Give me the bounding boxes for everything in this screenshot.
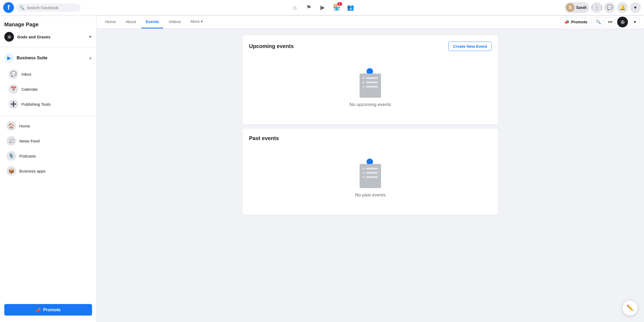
page-name: Gods and Graves bbox=[17, 35, 85, 39]
podcasts-label: Podcasts bbox=[19, 154, 36, 158]
search-icon: 🔍 bbox=[19, 5, 25, 10]
page-dropdown-button[interactable]: ▾ bbox=[630, 17, 640, 27]
suite-items-list: 💬 Inbox 📅 Calendar ➕ Publishing Tools bbox=[0, 65, 96, 113]
shop-badge: 1 bbox=[337, 2, 342, 6]
tab-about[interactable]: About bbox=[121, 16, 140, 28]
news-feed-label: News Feed bbox=[19, 139, 40, 143]
manage-page-title: Manage Page bbox=[0, 18, 96, 30]
inbox-icon: 💬 bbox=[9, 69, 18, 79]
inbox-suite-item[interactable]: 💬 Inbox bbox=[4, 67, 96, 82]
sidebar-item-business-apps[interactable]: 📦 Business apps bbox=[2, 163, 94, 178]
business-apps-icon: 📦 bbox=[6, 166, 16, 176]
promote-sidebar-label: Promote bbox=[43, 308, 61, 312]
search-box[interactable]: 🔍 bbox=[16, 3, 80, 12]
past-events-card: Past events bbox=[243, 129, 498, 215]
business-suite-section: ▶ Business Suite ∧ 💬 Inbox 📅 Calendar ➕ … bbox=[0, 47, 96, 116]
tab-home[interactable]: Home bbox=[101, 16, 120, 28]
sidebar-bottom: 📣 Promote bbox=[0, 298, 96, 322]
past-events-title: Past events bbox=[249, 135, 279, 141]
home-nav-label: Home bbox=[19, 124, 30, 128]
business-suite-icon: ▶ bbox=[4, 53, 14, 63]
tab-actions: 📣 Promote 🔍 ••• ⊕ ▾ bbox=[560, 17, 640, 27]
page-header: Home About Events Videos More ▾ 📣 Promot… bbox=[97, 15, 644, 29]
messenger-icon-button[interactable]: 💬 bbox=[604, 2, 615, 13]
publishing-tools-label: Publishing Tools bbox=[21, 102, 50, 107]
promote-tab-label: Promote bbox=[571, 20, 587, 24]
upcoming-events-header: Upcoming events Create New Event bbox=[249, 42, 492, 51]
search-input[interactable] bbox=[27, 5, 77, 10]
video-nav-icon[interactable]: ▶ bbox=[316, 1, 329, 14]
sidebar-item-podcasts[interactable]: 🎙️ Podcasts bbox=[2, 148, 94, 163]
sidebar-item-home[interactable]: 🏠 Home bbox=[2, 118, 94, 133]
grid-icon-button[interactable]: ⋮⋮⋮ bbox=[591, 2, 602, 13]
calendar-label: Calendar bbox=[21, 87, 38, 92]
home-icon: 🏠 bbox=[6, 121, 16, 131]
user-profile-button[interactable]: S Sarah bbox=[565, 2, 589, 13]
compose-icon: ✏️ bbox=[627, 305, 634, 312]
business-apps-label: Business apps bbox=[19, 169, 46, 173]
float-compose-button[interactable]: ✏️ bbox=[623, 301, 638, 316]
facebook-logo[interactable]: f bbox=[3, 2, 14, 13]
home-nav-icon[interactable]: ⌂ bbox=[288, 1, 301, 14]
publishing-tools-suite-item[interactable]: ➕ Publishing Tools bbox=[4, 97, 96, 112]
past-empty-message: No past events bbox=[355, 192, 385, 198]
promote-sidebar-button[interactable]: 📣 Promote bbox=[4, 304, 92, 316]
people-nav-icon[interactable]: 👥 bbox=[344, 1, 357, 14]
main-content: Home About Events Videos More ▾ 📣 Promot… bbox=[97, 15, 644, 322]
inbox-label: Inbox bbox=[21, 72, 31, 76]
topnav-right: S Sarah ⋮⋮⋮ 💬 🔔 ▾ bbox=[565, 2, 641, 13]
promote-tab-icon: 📣 bbox=[564, 20, 569, 24]
notifications-icon-button[interactable]: 🔔 bbox=[617, 2, 628, 13]
publishing-tools-icon: ➕ bbox=[9, 99, 18, 109]
calendar-suite-item[interactable]: 📅 Calendar bbox=[4, 82, 96, 97]
topnav-center: ⌂ ⚑ ▶ 🏪 1 👥 bbox=[288, 1, 357, 14]
suite-left: ▶ Business Suite bbox=[4, 53, 47, 63]
upcoming-events-title: Upcoming events bbox=[249, 43, 294, 49]
dropdown-icon-button[interactable]: ▾ bbox=[630, 2, 641, 13]
sidebar: Manage Page ⊕ Gods and Graves ▼ ▶ Busine… bbox=[0, 15, 97, 322]
page-avatar-icon: ⊕ bbox=[617, 17, 628, 27]
upcoming-events-empty-state: No upcoming events bbox=[249, 57, 492, 118]
search-tab-button[interactable]: 🔍 bbox=[594, 17, 603, 27]
upcoming-empty-illustration bbox=[357, 68, 384, 98]
past-events-header: Past events bbox=[249, 135, 492, 141]
business-suite-header[interactable]: ▶ Business Suite ∧ bbox=[0, 50, 96, 65]
events-content: Upcoming events Create New Event bbox=[236, 29, 504, 226]
shop-nav-icon[interactable]: 🏪 1 bbox=[330, 1, 343, 14]
business-suite-label: Business Suite bbox=[17, 56, 47, 60]
news-feed-icon: 📰 bbox=[6, 136, 16, 146]
more-tab-button[interactable]: ••• bbox=[605, 17, 615, 27]
page-tabs: Home About Events Videos More ▾ 📣 Promot… bbox=[97, 15, 644, 28]
tab-events[interactable]: Events bbox=[141, 16, 163, 28]
tab-videos[interactable]: Videos bbox=[164, 16, 185, 28]
avatar: S bbox=[566, 3, 575, 12]
collapse-suite-button[interactable]: ∧ bbox=[89, 56, 92, 61]
top-navigation: f 🔍 ⌂ ⚑ ▶ 🏪 1 👥 S Sarah ⋮⋮⋮ 💬 🔔 ▾ bbox=[0, 0, 644, 15]
manage-page-section: Manage Page ⊕ Gods and Graves ▼ bbox=[0, 15, 96, 47]
create-new-event-button[interactable]: Create New Event bbox=[448, 42, 492, 51]
upcoming-empty-message: No upcoming events bbox=[350, 102, 391, 107]
page-dropdown-arrow-icon: ▼ bbox=[88, 35, 92, 39]
flag-nav-icon[interactable]: ⚑ bbox=[302, 1, 315, 14]
page-selector[interactable]: ⊕ Gods and Graves ▼ bbox=[0, 30, 96, 44]
sidebar-item-news-feed[interactable]: 📰 News Feed bbox=[2, 133, 94, 148]
promote-tab-button[interactable]: 📣 Promote bbox=[560, 17, 591, 27]
upcoming-events-card: Upcoming events Create New Event bbox=[243, 35, 498, 125]
topnav-left: f 🔍 bbox=[3, 2, 80, 13]
promote-icon: 📣 bbox=[36, 307, 41, 312]
past-events-empty-state: No past events bbox=[249, 148, 492, 208]
page-logo-icon: ⊕ bbox=[4, 32, 14, 42]
sidebar-nav-items: 🏠 Home 📰 News Feed 🎙️ Podcasts 📦 Busines… bbox=[0, 116, 96, 181]
calendar-icon: 📅 bbox=[9, 84, 18, 94]
past-empty-illustration bbox=[357, 159, 384, 188]
main-layout: Manage Page ⊕ Gods and Graves ▼ ▶ Busine… bbox=[0, 15, 644, 322]
user-name: Sarah bbox=[576, 5, 587, 10]
tab-more[interactable]: More ▾ bbox=[186, 15, 207, 28]
podcasts-icon: 🎙️ bbox=[6, 151, 16, 161]
